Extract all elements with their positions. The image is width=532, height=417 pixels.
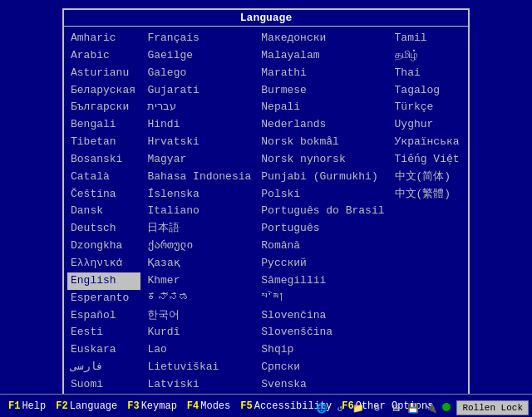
lang-item[interactable]: Euskara: [67, 341, 140, 359]
config-icon: ⚙: [369, 400, 384, 415]
lang-col-2: МакедонскиMalayalamMarathiBurmeseNepaliN…: [256, 30, 389, 394]
lang-item[interactable]: Русский: [258, 255, 387, 272]
lang-item[interactable]: Shqip: [258, 341, 387, 359]
lang-item[interactable]: Suomi: [67, 376, 140, 394]
lang-item[interactable]: Español: [67, 307, 140, 325]
lang-item[interactable]: Македонски: [258, 30, 387, 47]
status-key-f1: F1: [8, 400, 20, 412]
lang-item[interactable]: Asturianu: [67, 65, 140, 82]
lang-item[interactable]: Українська: [392, 134, 465, 151]
lock-indicator: [442, 402, 453, 415]
statusbar: F1 HelpF2 LanguageF3 KeymapF4 ModesF5 Ac…: [0, 394, 532, 417]
lang-item[interactable]: Ελληνικά: [67, 255, 140, 272]
drive-icon: 💾: [406, 400, 421, 415]
lang-item[interactable]: Српски: [258, 359, 387, 376]
status-label-f4: Modes: [200, 400, 230, 412]
lang-item[interactable]: Dzongkha: [67, 238, 140, 255]
lang-item[interactable]: Malayalam: [258, 47, 387, 65]
lang-item[interactable]: [392, 219, 465, 221]
lang-item[interactable]: Bahasa Indonesia: [144, 169, 254, 186]
lang-item[interactable]: Català: [67, 169, 140, 186]
lang-item[interactable]: Nederlands: [258, 116, 387, 134]
lang-item[interactable]: Gaeilge: [144, 47, 254, 65]
lang-item[interactable]: Беларуская: [67, 82, 140, 100]
lang-item[interactable]: Français: [144, 30, 254, 47]
dialog-title: Language: [64, 10, 468, 27]
lang-item[interactable]: Türkçe: [392, 99, 465, 116]
network-icon: 🌐: [314, 400, 329, 415]
lang-item[interactable]: Esperanto: [67, 290, 140, 307]
lang-item[interactable]: Latviski: [144, 376, 254, 394]
lang-item[interactable]: Slovenščina: [258, 324, 387, 341]
lang-item[interactable]: Tamil: [392, 30, 465, 47]
lang-item[interactable]: Burmese: [258, 82, 387, 100]
status-label-f3: Keymap: [141, 400, 177, 412]
lang-item[interactable]: தமிழ்: [392, 47, 465, 65]
lang-item[interactable]: ಕನ್ನಡ: [144, 290, 254, 307]
status-label-f1: Help: [22, 400, 46, 412]
lang-item[interactable]: 中文(简体): [392, 169, 465, 186]
lang-item[interactable]: Lietuviškai: [144, 359, 254, 376]
lang-item[interactable]: Magyar: [144, 151, 254, 169]
lang-item[interactable]: Norsk nynorsk: [258, 151, 387, 169]
lang-item[interactable]: Galego: [144, 65, 254, 82]
monitor-icon: 🖥: [387, 400, 402, 415]
lang-item[interactable]: Íslenska: [144, 186, 254, 204]
rollen-lock-label: Rollen Lock: [456, 400, 529, 415]
lang-item[interactable]: 日本語: [144, 220, 254, 238]
lang-item[interactable]: Arabic: [67, 47, 140, 65]
lang-item[interactable]: Nepali: [258, 99, 387, 116]
lang-item[interactable]: Gujarati: [144, 82, 254, 100]
lang-item[interactable]: Čeština: [67, 186, 140, 204]
lang-item[interactable]: Lao: [144, 341, 254, 359]
lang-item[interactable]: Amharic: [67, 30, 140, 47]
lang-col-0: AmharicArabicAsturianuБеларускаяБългарск…: [66, 30, 142, 394]
status-f4[interactable]: F4 Modes: [182, 399, 235, 414]
lang-item[interactable]: ქართული: [144, 238, 254, 255]
lang-item[interactable]: 한국어: [144, 307, 254, 325]
lang-item[interactable]: Norsk bokmål: [258, 134, 387, 151]
lang-item[interactable]: فارسی: [67, 359, 140, 376]
status-label-f2: Language: [70, 400, 118, 412]
lang-item[interactable]: Marathi: [258, 65, 387, 82]
status-key-f2: F2: [56, 400, 67, 412]
status-key-f3: F3: [127, 400, 139, 412]
lang-item[interactable]: Română: [258, 238, 387, 255]
status-f2[interactable]: F2 Language: [51, 399, 122, 414]
lang-item[interactable]: Polski: [258, 186, 387, 204]
lang-item[interactable]: Sāmegillii: [258, 272, 387, 290]
lang-item[interactable]: Tibetan: [67, 134, 140, 151]
lang-item[interactable]: Svenska: [258, 376, 387, 394]
lang-item[interactable]: English: [67, 272, 140, 290]
lang-item[interactable]: Eesti: [67, 324, 140, 341]
lang-item[interactable]: ས་མེ།: [258, 290, 387, 307]
folder-icon: 📁: [351, 400, 366, 415]
lang-item[interactable]: Български: [67, 99, 140, 116]
lang-item[interactable]: Português do Brasil: [258, 203, 387, 220]
lang-item[interactable]: Uyghur: [392, 116, 465, 134]
lang-item[interactable]: Punjabi (Gurmukhi): [258, 169, 387, 186]
lang-item[interactable]: Tiếng Việt: [392, 151, 465, 169]
lang-item[interactable]: Khmer: [144, 272, 254, 290]
lang-item[interactable]: Hrvatski: [144, 134, 254, 151]
status-f1[interactable]: F1 Help: [3, 399, 51, 414]
lang-item[interactable]: Slovenčina: [258, 307, 387, 325]
lang-item[interactable]: עברית: [144, 99, 254, 116]
lang-item[interactable]: Bengali: [67, 116, 140, 134]
lang-item[interactable]: Dansk: [67, 203, 140, 220]
lang-item[interactable]: Қазақ: [144, 255, 254, 272]
lang-item[interactable]: Tagalog: [392, 82, 465, 100]
lang-item[interactable]: 中文(繁體): [392, 186, 465, 204]
language-grid: AmharicArabicAsturianuБеларускаяБългарск…: [64, 27, 468, 397]
lang-item[interactable]: Deutsch: [67, 220, 140, 238]
language-dialog: Language AmharicArabicAsturianuБеларуска…: [62, 8, 470, 399]
lang-item[interactable]: Kurdî: [144, 324, 254, 341]
lang-item[interactable]: Italiano: [144, 203, 254, 220]
lang-item[interactable]: Português: [258, 220, 387, 238]
status-f3[interactable]: F3 Keymap: [122, 399, 182, 414]
usb-icon: 🔌: [424, 400, 439, 415]
lang-item[interactable]: Thai: [392, 65, 465, 82]
status-right: 🌐 ↺ 📁 ⚙ 🖥 💾 🔌 Rollen Lock: [314, 400, 529, 415]
lang-item[interactable]: Bosanski: [67, 151, 140, 169]
lang-item[interactable]: Hindi: [144, 116, 254, 134]
